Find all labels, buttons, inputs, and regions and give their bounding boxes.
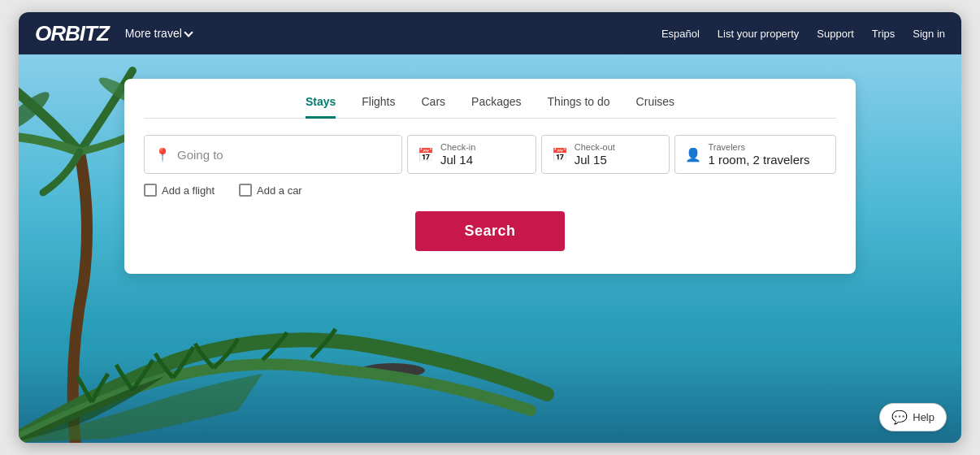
more-travel-menu[interactable]: More travel	[125, 27, 192, 40]
tab-packages[interactable]: Packages	[471, 95, 521, 119]
person-icon: 👤	[685, 147, 701, 162]
tab-cruises[interactable]: Cruises	[636, 95, 674, 119]
add-flight-checkbox[interactable]: Add a flight	[144, 184, 215, 197]
calendar-checkout-icon: 📅	[552, 147, 568, 162]
list-property-link[interactable]: List your property	[718, 28, 799, 40]
logo-text: ORBITZ	[35, 21, 109, 46]
search-button-wrapper: Search	[144, 211, 836, 251]
espanol-link[interactable]: Español	[661, 28, 700, 40]
calendar-checkin-icon: 📅	[418, 147, 434, 162]
checkin-label: Check-in	[440, 142, 475, 153]
tabs-bar: Stays Flights Cars Packages Things to do…	[144, 95, 836, 119]
trips-link[interactable]: Trips	[872, 28, 895, 40]
checkin-content: Check-in Jul 14	[440, 142, 475, 167]
add-flight-checkbox-box	[144, 184, 157, 197]
chevron-down-icon	[184, 28, 193, 37]
tab-stays[interactable]: Stays	[306, 95, 336, 119]
search-button[interactable]: Search	[415, 211, 564, 251]
add-car-checkbox-box	[239, 184, 252, 197]
navbar: ORBITZ More travel Español List your pro…	[19, 12, 961, 54]
destination-field[interactable]: 📍 Going to	[144, 135, 402, 174]
location-icon: 📍	[154, 147, 171, 162]
checkboxes-row: Add a flight Add a car	[144, 184, 836, 197]
checkin-field[interactable]: 📅 Check-in Jul 14	[407, 135, 536, 174]
navbar-right: Español List your property Support Trips…	[661, 28, 945, 40]
travelers-value: 1 room, 2 travelers	[708, 153, 809, 167]
travelers-content: Travelers 1 room, 2 travelers	[708, 142, 809, 167]
travelers-field[interactable]: 👤 Travelers 1 room, 2 travelers	[674, 135, 836, 174]
add-car-checkbox[interactable]: Add a car	[239, 184, 302, 197]
checkout-value: Jul 15	[575, 153, 615, 167]
checkin-value: Jul 14	[440, 153, 475, 167]
checkout-field[interactable]: 📅 Check-out Jul 15	[541, 135, 670, 174]
search-fields-row: 📍 Going to 📅 Check-in Jul 14 📅 Check-out	[144, 135, 836, 174]
water-background	[19, 345, 961, 443]
destination-placeholder: Going to	[177, 148, 223, 162]
island-decoration	[360, 363, 425, 378]
logo[interactable]: ORBITZ	[35, 21, 109, 46]
search-card: Stays Flights Cars Packages Things to do…	[124, 79, 856, 274]
signin-link[interactable]: Sign in	[913, 28, 945, 40]
more-travel-label: More travel	[125, 27, 182, 40]
add-flight-label: Add a flight	[162, 184, 215, 197]
help-chat-icon: 💬	[891, 410, 908, 425]
help-label: Help	[913, 411, 934, 423]
tab-flights[interactable]: Flights	[362, 95, 395, 119]
hero-section: Stays Flights Cars Packages Things to do…	[19, 54, 961, 443]
tab-cars[interactable]: Cars	[422, 95, 446, 119]
travelers-label: Travelers	[708, 142, 809, 153]
add-car-label: Add a car	[257, 184, 302, 197]
navbar-left: ORBITZ More travel	[35, 21, 192, 46]
support-link[interactable]: Support	[817, 28, 854, 40]
tab-things-to-do[interactable]: Things to do	[548, 95, 610, 119]
browser-frame: ORBITZ More travel Español List your pro…	[19, 12, 961, 443]
checkout-content: Check-out Jul 15	[575, 142, 615, 167]
help-button[interactable]: 💬 Help	[879, 403, 947, 431]
checkout-label: Check-out	[575, 142, 615, 153]
